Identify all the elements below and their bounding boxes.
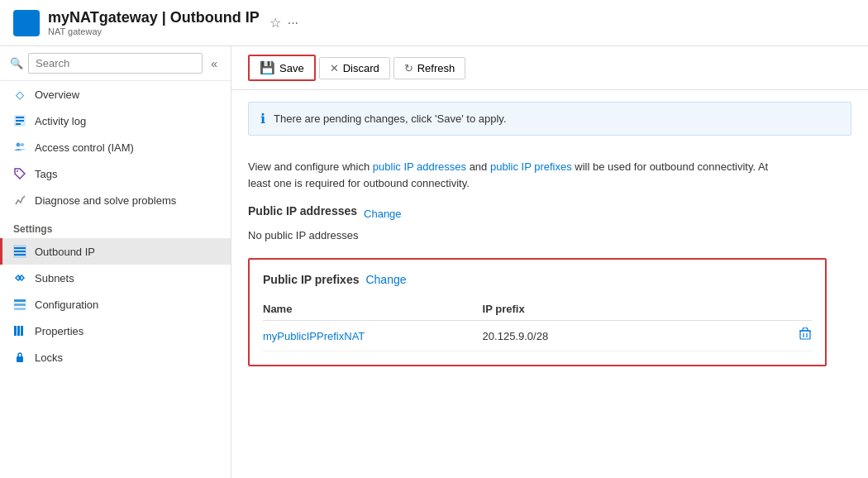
main-layout: 🔍 « ◇ Overview Activity log Access contr… [0, 46, 868, 478]
svg-rect-8 [14, 247, 26, 249]
delete-prefix-button[interactable] [799, 327, 812, 344]
sidebar-item-configuration[interactable]: Configuration [0, 291, 231, 318]
public-ip-prefixes-section: Public IP prefixes Change Name IP prefix [248, 258, 827, 366]
sidebar-item-label: Configuration [35, 299, 98, 311]
info-banner-message: There are pending changes, click 'Save' … [274, 112, 507, 125]
sidebar-item-properties[interactable]: Properties [0, 318, 231, 344]
tags-icon [13, 167, 26, 180]
svg-rect-11 [14, 299, 26, 302]
prefixes-change-link[interactable]: Change [365, 273, 406, 286]
page-title-group: myNATgateway | Outbound IP NAT gateway [48, 9, 260, 36]
sidebar-item-overview[interactable]: ◇ Overview [0, 81, 231, 108]
svg-rect-10 [14, 254, 26, 256]
no-public-ip-text: No public IP addresses [248, 229, 851, 241]
save-button[interactable]: 💾 Save [248, 55, 316, 81]
public-ip-link[interactable]: public IP addresses [373, 160, 466, 173]
svg-point-5 [21, 143, 24, 146]
col-header-prefix: IP prefix [483, 298, 703, 321]
content-area: 💾 Save ✕ Discard ↻ Refresh ℹ There are p… [231, 46, 868, 478]
sidebar-item-label: Access control (IAM) [35, 141, 134, 154]
public-ip-section: Public IP addresses Change No public IP … [248, 204, 851, 241]
prefix-name-cell: myPublicIPPrefixNAT [263, 321, 483, 351]
toolbar: 💾 Save ✕ Discard ↻ Refresh [231, 46, 868, 90]
delete-icon [799, 329, 812, 343]
outbound-ip-icon [13, 245, 26, 258]
prefixes-label: Public IP prefixes [263, 273, 359, 286]
svg-rect-17 [17, 356, 23, 362]
description-text: View and configure which public IP addre… [248, 159, 794, 191]
page-title: myNATgateway | Outbound IP [48, 9, 260, 26]
table-row: myPublicIPPrefixNAT 20.125.9.0/28 [263, 321, 812, 351]
refresh-button[interactable]: ↻ Refresh [393, 57, 466, 79]
svg-rect-13 [14, 308, 26, 310]
svg-rect-12 [14, 304, 26, 306]
content-body: View and configure which public IP addre… [231, 147, 868, 378]
prefix-action-cell [702, 321, 812, 351]
svg-rect-18 [800, 331, 810, 339]
locks-icon [13, 351, 26, 364]
page-header: myNATgateway | Outbound IP NAT gateway ☆… [0, 0, 868, 46]
svg-rect-3 [16, 123, 21, 125]
save-icon: 💾 [260, 60, 275, 75]
sidebar-item-label: Activity log [35, 115, 86, 127]
refresh-label: Refresh [417, 62, 455, 74]
more-options-button[interactable]: ··· [288, 16, 298, 31]
search-input[interactable] [28, 53, 203, 74]
svg-point-6 [17, 170, 18, 172]
refresh-icon: ↻ [404, 62, 413, 74]
sidebar-item-activity-log[interactable]: Activity log [0, 108, 231, 134]
svg-rect-2 [16, 120, 24, 122]
svg-rect-1 [16, 117, 24, 118]
sidebar-item-label: Locks [35, 351, 63, 364]
discard-button[interactable]: ✕ Discard [319, 57, 390, 79]
svg-rect-9 [14, 251, 26, 252]
sidebar-item-locks[interactable]: Locks [0, 344, 231, 370]
public-ip-label: Public IP addresses [248, 204, 357, 217]
svg-rect-15 [17, 326, 20, 336]
sidebar-item-label: Overview [35, 88, 79, 101]
sidebar-item-label: Subnets [35, 272, 74, 284]
favorite-button[interactable]: ☆ [269, 15, 281, 31]
sidebar-item-outbound-ip[interactable]: Outbound IP [0, 238, 231, 265]
public-ip-change-link[interactable]: Change [364, 208, 402, 220]
settings-section-header: Settings [0, 213, 231, 238]
sidebar-item-iam[interactable]: Access control (IAM) [0, 134, 231, 160]
search-icon: 🔍 [10, 57, 23, 69]
svg-point-4 [17, 143, 21, 147]
sidebar-item-tags[interactable]: Tags [0, 160, 231, 187]
prefixes-table: Name IP prefix myPublicIPPrefixNAT 20.12… [263, 298, 812, 351]
col-header-name: Name [263, 298, 483, 321]
sidebar: 🔍 « ◇ Overview Activity log Access contr… [0, 46, 231, 478]
sidebar-item-label: Tags [35, 168, 57, 180]
svg-rect-16 [21, 326, 23, 336]
col-header-action [702, 298, 812, 321]
prefix-name-link[interactable]: myPublicIPPrefixNAT [263, 330, 365, 342]
properties-icon [13, 324, 26, 337]
subnets-icon [13, 271, 26, 284]
page-subtitle: NAT gateway [48, 26, 260, 36]
save-label: Save [279, 62, 304, 74]
public-ip-prefix-link[interactable]: public IP prefixes [490, 160, 572, 173]
prefix-value-cell: 20.125.9.0/28 [483, 321, 703, 351]
sidebar-item-label: Diagnose and solve problems [35, 194, 176, 207]
discard-icon: ✕ [330, 62, 339, 74]
configuration-icon [13, 298, 26, 311]
discard-label: Discard [343, 62, 379, 74]
sidebar-item-label: Properties [35, 325, 83, 337]
sidebar-item-label: Outbound IP [35, 246, 95, 258]
iam-icon [13, 141, 26, 154]
info-banner: ℹ There are pending changes, click 'Save… [248, 102, 851, 136]
sidebar-item-diagnose[interactable]: Diagnose and solve problems [0, 187, 231, 213]
svg-rect-14 [14, 326, 17, 336]
sidebar-item-subnets[interactable]: Subnets [0, 265, 231, 291]
resource-icon [13, 10, 40, 36]
overview-icon: ◇ [13, 88, 26, 101]
diagnose-icon [13, 194, 26, 207]
header-actions: ☆ ··· [269, 15, 298, 31]
activity-log-icon [13, 114, 26, 127]
search-bar: 🔍 « [0, 46, 231, 81]
collapse-sidebar-button[interactable]: « [207, 57, 221, 70]
info-icon: ℹ [260, 111, 265, 127]
